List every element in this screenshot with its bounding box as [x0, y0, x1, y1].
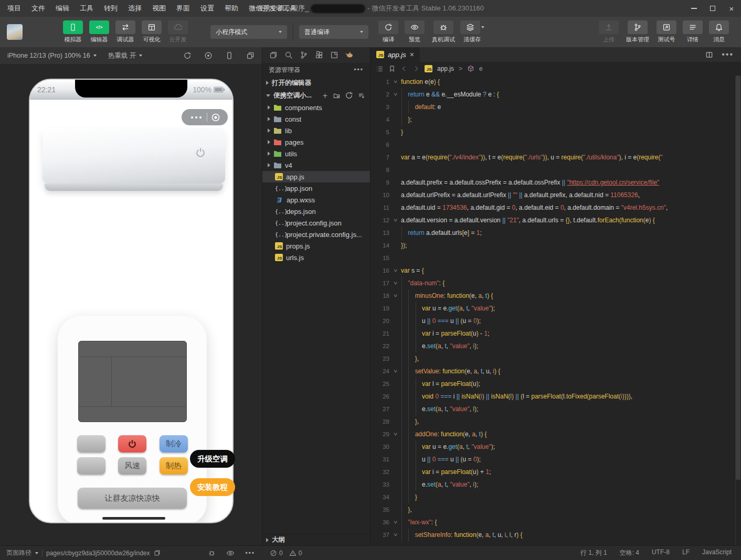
- compile-select[interactable]: 普通编译: [299, 25, 368, 39]
- status-item-3[interactable]: LF: [682, 548, 690, 557]
- code-line[interactable]: 17> "data-num": {: [370, 277, 741, 289]
- branch-icon[interactable]: [300, 51, 308, 59]
- action-button-消息[interactable]: 消息: [706, 20, 732, 44]
- record-icon[interactable]: [204, 51, 213, 60]
- window2-icon[interactable]: [330, 51, 338, 59]
- fold-marker[interactable]: >: [389, 516, 401, 529]
- fold-marker[interactable]: >: [389, 289, 401, 302]
- code-line[interactable]: 28 },: [370, 415, 741, 428]
- tree-item-urls-js[interactable]: JSurls.js: [262, 252, 370, 263]
- tree-item-app-wxss[interactable]: Ǝapp.wxss: [262, 194, 370, 206]
- float-button-安装教程[interactable]: 安装教程: [190, 478, 235, 496]
- new-file-icon[interactable]: [322, 91, 329, 100]
- code-line[interactable]: 20 u || 0 === u || (u = 0);: [370, 315, 741, 327]
- tree-item-pages[interactable]: pages: [262, 136, 370, 148]
- menu-item-6[interactable]: 视图: [147, 0, 171, 17]
- copy-icon[interactable]: [154, 550, 161, 556]
- action-button-编译[interactable]: 编译: [376, 20, 401, 44]
- code-line[interactable]: 9a.default.prefix = a.default.ossPrefix …: [370, 176, 741, 189]
- tree-item-deps-json[interactable]: {..}deps.json: [262, 206, 370, 217]
- problems-counts[interactable]: 0 0: [262, 550, 370, 557]
- tree-item-app-json[interactable]: {..}app.json: [262, 182, 370, 194]
- code-line[interactable]: 29> addOne: function(e, a, t) {: [370, 428, 741, 440]
- code-line[interactable]: 4 };: [370, 113, 741, 126]
- debug-bug-icon[interactable]: [208, 549, 216, 557]
- status-item-1[interactable]: 空格: 4: [620, 548, 639, 557]
- mode-button-可视化[interactable]: 可视化: [139, 20, 164, 44]
- windows-icon[interactable]: [246, 51, 255, 60]
- menu-item-4[interactable]: 转到: [99, 0, 123, 17]
- breadcrumb-file[interactable]: app.js: [437, 65, 454, 72]
- avatar[interactable]: [7, 24, 23, 40]
- fold-marker[interactable]: >: [389, 428, 401, 440]
- status-item-4[interactable]: JavaScript: [702, 548, 732, 557]
- split-editor-icon[interactable]: [705, 51, 713, 59]
- code-line[interactable]: 27 e.set(a, t, "value", l);: [370, 403, 741, 415]
- menu-item-9[interactable]: 帮助: [219, 0, 244, 17]
- status-item-0[interactable]: 行 1, 列 1: [580, 548, 607, 557]
- mode-select[interactable]: 小程序模式: [210, 25, 287, 39]
- fan-button[interactable]: 风速: [118, 457, 146, 475]
- more-dots-icon[interactable]: •••: [245, 550, 255, 557]
- code-line[interactable]: 34 }: [370, 491, 741, 503]
- menu-item-10[interactable]: 微信开发者工具: [244, 0, 302, 17]
- code-line[interactable]: 18> minusOne: function(e, a, t) {: [370, 289, 741, 302]
- phone-icon[interactable]: [225, 51, 234, 60]
- fold-marker[interactable]: >: [389, 529, 401, 541]
- fold-marker[interactable]: >: [389, 88, 401, 101]
- miniprogram-capsule[interactable]: [182, 109, 228, 125]
- tree-item-lib[interactable]: lib: [262, 125, 370, 136]
- float-button-升级空调[interactable]: 升级空调: [190, 450, 235, 468]
- power-button[interactable]: [118, 435, 146, 453]
- outline-section[interactable]: 大纲: [262, 534, 370, 545]
- code-line[interactable]: 33 e.set(a, t, "value", i);: [370, 478, 741, 491]
- cool-button[interactable]: 制冷: [160, 435, 188, 453]
- breadcrumb-symbol[interactable]: e: [479, 65, 483, 72]
- project-section[interactable]: 便携空调小...: [262, 89, 370, 102]
- menu-item-5[interactable]: 选择: [123, 0, 147, 17]
- code-line[interactable]: 23 },: [370, 352, 741, 365]
- code-line[interactable]: 19 var u = e.get(a, t, "value");: [370, 302, 741, 315]
- code-line[interactable]: 8: [370, 164, 741, 176]
- tab-appjs[interactable]: JS app.js ×: [370, 47, 420, 62]
- tree-item-const[interactable]: const: [262, 113, 370, 125]
- code-line[interactable]: 32 var i = parseFloat(u) + 1;: [370, 466, 741, 478]
- code-line[interactable]: 7var a = e(require("./v4/index")), t = e…: [370, 151, 741, 164]
- refresh-icon[interactable]: [183, 51, 192, 60]
- bookmark-icon[interactable]: [388, 65, 396, 72]
- tree-item-app-js[interactable]: JSapp.js: [262, 171, 370, 182]
- forward-arrow-icon[interactable]: [412, 65, 420, 72]
- page-path-label[interactable]: 页面路径: [6, 548, 31, 557]
- code-area[interactable]: 1>function e(e) {2> return e && e.__esMo…: [370, 76, 741, 545]
- code-line[interactable]: 1>function e(e) {: [370, 76, 741, 88]
- tree-item-props-js[interactable]: JSprops.js: [262, 240, 370, 252]
- tree-item-project-config-json[interactable]: {..}project.config.json: [262, 217, 370, 229]
- open-editors-section[interactable]: 打开的编辑器: [262, 77, 370, 89]
- action-button-测试号[interactable]: 测试号: [654, 20, 679, 44]
- menu-item-0[interactable]: 项目: [2, 0, 26, 17]
- share-button[interactable]: 让群友凉快凉快: [78, 488, 187, 509]
- refresh-icon[interactable]: [345, 91, 353, 100]
- search-icon[interactable]: [284, 51, 293, 59]
- back-arrow-icon[interactable]: [400, 65, 408, 72]
- editor-more-icon[interactable]: •••: [722, 50, 734, 59]
- close-button[interactable]: ×: [722, 0, 741, 17]
- tree-item-project-private-config-js-[interactable]: {..}project.private.config.js...: [262, 229, 370, 240]
- code-line[interactable]: 24> setValue: function(e, a, t, u, i) {: [370, 365, 741, 378]
- menu-item-8[interactable]: 设置: [195, 0, 219, 17]
- status-item-2[interactable]: UTF-8: [652, 548, 670, 557]
- tree-item-components[interactable]: components: [262, 102, 370, 113]
- code-line[interactable]: 31 u || 0 === u || (u = 0);: [370, 453, 741, 466]
- code-line[interactable]: 2> return e && e.__esModule ? e : {: [370, 88, 741, 101]
- code-line[interactable]: 13 return a.default.urls[e] = 1;: [370, 227, 741, 239]
- code-line[interactable]: 3 default: e: [370, 101, 741, 113]
- maximize-button[interactable]: [703, 0, 722, 17]
- code-line[interactable]: 15: [370, 252, 741, 264]
- teapot-icon[interactable]: [345, 51, 354, 59]
- code-line[interactable]: 22 e.set(a, t, "value", i);: [370, 340, 741, 352]
- code-line[interactable]: 5}: [370, 126, 741, 138]
- blank-button[interactable]: [77, 435, 105, 453]
- fold-marker[interactable]: >: [389, 277, 401, 289]
- action-button-预览[interactable]: 预览: [402, 20, 427, 44]
- menu-item-7[interactable]: 界面: [171, 0, 195, 17]
